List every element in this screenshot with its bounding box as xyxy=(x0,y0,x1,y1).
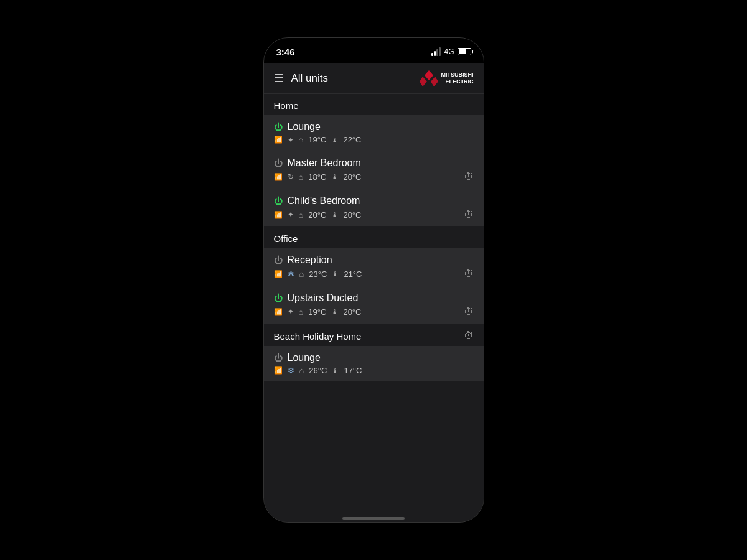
wifi-icon-upstairs-ducted: 📶 xyxy=(274,308,283,316)
power-icon-beach-lounge[interactable]: ⏻ xyxy=(274,353,283,363)
units-list: Home⏻Lounge📶✦⌂19°C🌡22°C⏻Master Bedroom📶↻… xyxy=(264,94,484,505)
set-temp-upstairs-ducted: 19°C xyxy=(308,307,326,317)
brand-logo: MITSUBISHI ELECTRIC xyxy=(420,70,473,86)
set-temp-beach-lounge: 26°C xyxy=(309,366,327,375)
unit-row-upstairs-ducted[interactable]: ⏻Upstairs Ducted📶✦⌂19°C🌡20°C⏱ xyxy=(264,286,484,324)
unit-icons-temps-childs-bedroom: 📶✦⌂20°C🌡20°C xyxy=(274,210,362,220)
wifi-icon-beach-lounge: 📶 xyxy=(274,366,283,375)
thermometer-icon-beach-lounge: 🌡 xyxy=(332,367,339,375)
unit-name-beach-lounge: Lounge xyxy=(288,352,321,363)
actual-temp-reception: 21°C xyxy=(344,269,362,279)
svg-marker-2 xyxy=(431,77,438,86)
status-time: 3:46 xyxy=(276,47,295,57)
battery-icon xyxy=(458,48,471,55)
thermometer-icon-upstairs-ducted: 🌡 xyxy=(331,308,338,315)
actual-temp-upstairs-ducted: 20°C xyxy=(343,307,361,317)
group-header-beach-holiday-home: Beach Holiday Home⏱ xyxy=(264,324,484,345)
set-temp-reception: 23°C xyxy=(309,269,327,279)
thermometer-icon-childs-bedroom: 🌡 xyxy=(331,211,338,218)
unit-detail-row-master-bedroom: 📶↻⌂18°C🌡20°C⏱ xyxy=(274,171,474,182)
phone-frame: 3:46 4G ☰ All units MITSUBISHI xyxy=(263,37,484,523)
wifi-icon-lounge: 📶 xyxy=(274,136,283,144)
status-bar: 3:46 4G xyxy=(264,38,484,63)
unit-icons-temps-beach-lounge: 📶❄⌂26°C🌡17°C xyxy=(274,366,362,375)
thermometer-icon-lounge: 🌡 xyxy=(331,136,338,144)
status-icons: 4G xyxy=(431,47,471,56)
home-indicator xyxy=(342,517,405,520)
unit-name-childs-bedroom: Child's Bedroom xyxy=(288,195,360,207)
unit-row-childs-bedroom[interactable]: ⏻Child's Bedroom📶✦⌂20°C🌡20°C⏱ xyxy=(264,189,484,226)
wifi-icon-reception: 📶 xyxy=(274,270,283,278)
unit-row-beach-lounge[interactable]: ⏻Lounge📶❄⌂26°C🌡17°C xyxy=(264,346,484,381)
group-name-office: Office xyxy=(274,233,298,244)
unit-row-master-bedroom[interactable]: ⏻Master Bedroom📶↻⌂18°C🌡20°C⏱ xyxy=(264,151,484,189)
mode-icon-childs-bedroom: ✦ xyxy=(288,210,294,219)
power-icon-reception[interactable]: ⏻ xyxy=(274,255,283,265)
signal-icon xyxy=(431,47,441,56)
thermometer-icon-master-bedroom: 🌡 xyxy=(331,173,338,180)
house-icon-reception: ⌂ xyxy=(299,269,304,279)
unit-icons-temps-master-bedroom: 📶↻⌂18°C🌡20°C xyxy=(274,172,362,182)
set-temp-childs-bedroom: 20°C xyxy=(308,210,326,220)
unit-row-reception[interactable]: ⏻Reception📶❄⌂23°C🌡21°C⏱ xyxy=(264,248,484,286)
group-header-home: Home xyxy=(264,94,484,114)
unit-detail-row-lounge: 📶✦⌂19°C🌡22°C xyxy=(274,135,474,144)
clock-icon-reception: ⏱ xyxy=(464,268,474,279)
mode-icon-upstairs-ducted: ✦ xyxy=(288,307,294,316)
mode-icon-beach-lounge: ❄ xyxy=(288,366,294,375)
mitsubishi-diamond-icon xyxy=(420,70,438,86)
brand-name: MITSUBISHI ELECTRIC xyxy=(441,72,473,85)
unit-name-row-upstairs-ducted: ⏻Upstairs Ducted xyxy=(274,292,474,304)
unit-name-upstairs-ducted: Upstairs Ducted xyxy=(288,292,359,304)
bottom-bar xyxy=(264,505,484,523)
mode-icon-lounge: ✦ xyxy=(288,136,294,144)
set-temp-lounge: 19°C xyxy=(308,135,326,144)
power-icon-upstairs-ducted[interactable]: ⏻ xyxy=(274,293,283,303)
mode-icon-reception: ❄ xyxy=(288,269,294,279)
clock-icon-childs-bedroom: ⏱ xyxy=(464,209,474,220)
power-icon-childs-bedroom[interactable]: ⏻ xyxy=(274,196,283,206)
unit-icons-temps-upstairs-ducted: 📶✦⌂19°C🌡20°C xyxy=(274,307,362,317)
actual-temp-childs-bedroom: 20°C xyxy=(343,210,361,220)
actual-temp-lounge: 22°C xyxy=(343,135,361,144)
actual-temp-master-bedroom: 20°C xyxy=(343,172,361,182)
group-name-beach-holiday-home: Beach Holiday Home xyxy=(274,331,362,342)
wifi-icon-master-bedroom: 📶 xyxy=(274,173,283,181)
unit-name-reception: Reception xyxy=(288,254,332,266)
unit-row-lounge[interactable]: ⏻Lounge📶✦⌂19°C🌡22°C xyxy=(264,115,484,151)
actual-temp-beach-lounge: 17°C xyxy=(344,366,362,375)
unit-detail-row-reception: 📶❄⌂23°C🌡21°C⏱ xyxy=(274,268,474,279)
house-icon-childs-bedroom: ⌂ xyxy=(299,210,304,220)
power-icon-master-bedroom[interactable]: ⏻ xyxy=(274,158,283,168)
nav-title: All units xyxy=(291,72,420,85)
clock-icon-upstairs-ducted: ⏱ xyxy=(464,306,474,317)
unit-name-lounge: Lounge xyxy=(288,121,321,133)
house-icon-beach-lounge: ⌂ xyxy=(299,366,304,375)
unit-name-row-childs-bedroom: ⏻Child's Bedroom xyxy=(274,195,474,207)
unit-icons-temps-lounge: 📶✦⌂19°C🌡22°C xyxy=(274,135,362,144)
group-name-home: Home xyxy=(274,100,299,111)
wifi-icon-childs-bedroom: 📶 xyxy=(274,211,283,219)
unit-detail-row-beach-lounge: 📶❄⌂26°C🌡17°C xyxy=(274,366,474,375)
group-clock-icon: ⏱ xyxy=(464,330,474,342)
nav-bar: ☰ All units MITSUBISHI ELECTRIC xyxy=(264,63,484,94)
thermometer-icon-reception: 🌡 xyxy=(332,270,339,278)
unit-name-row-lounge: ⏻Lounge xyxy=(274,121,474,133)
clock-icon-master-bedroom: ⏱ xyxy=(464,171,474,182)
power-icon-lounge[interactable]: ⏻ xyxy=(274,122,283,132)
house-icon-master-bedroom: ⌂ xyxy=(299,172,304,182)
set-temp-master-bedroom: 18°C xyxy=(308,172,326,182)
svg-marker-0 xyxy=(425,70,433,80)
svg-marker-1 xyxy=(420,77,427,86)
mode-icon-master-bedroom: ↻ xyxy=(288,172,294,181)
unit-name-row-master-bedroom: ⏻Master Bedroom xyxy=(274,157,474,169)
house-icon-lounge: ⌂ xyxy=(299,135,304,144)
unit-name-row-reception: ⏻Reception xyxy=(274,254,474,266)
unit-detail-row-childs-bedroom: 📶✦⌂20°C🌡20°C⏱ xyxy=(274,209,474,220)
unit-name-row-beach-lounge: ⏻Lounge xyxy=(274,352,474,363)
unit-name-master-bedroom: Master Bedroom xyxy=(288,157,361,169)
group-header-office: Office xyxy=(264,227,484,248)
unit-detail-row-upstairs-ducted: 📶✦⌂19°C🌡20°C⏱ xyxy=(274,306,474,317)
house-icon-upstairs-ducted: ⌂ xyxy=(299,307,304,317)
menu-button[interactable]: ☰ xyxy=(274,72,284,85)
